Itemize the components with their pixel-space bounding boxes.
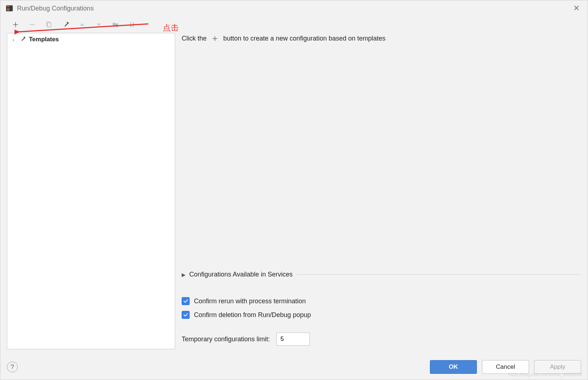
move-down-button[interactable] — [94, 20, 103, 29]
plus-icon: ＋ — [210, 33, 220, 44]
dialog-content: az › Templates Click the ＋ button to cre… — [0, 16, 588, 354]
wrench-icon — [19, 35, 26, 44]
add-button[interactable] — [11, 20, 20, 29]
move-up-button[interactable] — [78, 20, 86, 29]
svg-rect-3 — [30, 24, 34, 25]
svg-text:z: z — [132, 25, 134, 28]
temp-limit-label: Temporary configurations limit: — [182, 335, 270, 343]
apply-button[interactable]: Apply — [534, 360, 581, 374]
ok-button[interactable]: OK — [430, 360, 477, 374]
new-folder-button[interactable] — [111, 20, 120, 29]
tree-item-templates[interactable]: › Templates — [7, 33, 175, 46]
remove-button[interactable] — [28, 20, 37, 29]
edit-defaults-button[interactable] — [61, 20, 70, 29]
confirm-delete-label: Confirm deletion from Run/Debug popup — [194, 311, 311, 319]
config-tree[interactable]: › Templates — [7, 33, 175, 349]
temp-limit-row: Temporary configurations limit: — [182, 333, 581, 346]
confirm-delete-row: Confirm deletion from Run/Debug popup — [182, 311, 581, 319]
copy-button[interactable] — [45, 20, 53, 29]
tree-item-label: Templates — [29, 36, 59, 43]
triangle-right-icon: ▶ — [182, 272, 186, 278]
chevron-right-icon: › — [11, 37, 16, 43]
dialog-title: Run/Debug Configurations — [17, 5, 94, 12]
services-section-header[interactable]: ▶ Configurations Available in Services — [182, 271, 581, 278]
cancel-button[interactable]: Cancel — [482, 360, 529, 374]
confirm-delete-checkbox[interactable] — [182, 311, 190, 319]
config-toolbar: az — [7, 16, 175, 33]
left-pane: az › Templates — [7, 16, 175, 349]
section-divider — [296, 274, 581, 275]
right-pane: Click the ＋ button to create a new confi… — [175, 16, 581, 349]
app-icon: IJ — [5, 4, 13, 12]
confirm-rerun-row: Confirm rerun with process termination — [182, 297, 581, 305]
dialog-button-bar: ? OK Cancel Apply — [0, 354, 588, 380]
svg-rect-1 — [7, 6, 9, 7]
svg-rect-5 — [48, 23, 51, 27]
section-label: Configurations Available in Services — [189, 271, 293, 278]
run-debug-config-dialog: IJ Run/Debug Configurations ✕ — [0, 0, 588, 380]
temp-limit-input[interactable] — [276, 333, 310, 346]
svg-text:IJ: IJ — [7, 8, 9, 11]
hint-text-after: button to create a new configuration bas… — [223, 35, 385, 42]
close-icon[interactable]: ✕ — [570, 2, 583, 14]
confirm-rerun-label: Confirm rerun with process termination — [194, 297, 306, 305]
titlebar: IJ Run/Debug Configurations ✕ — [0, 0, 588, 16]
confirm-rerun-checkbox[interactable] — [182, 297, 190, 305]
help-button[interactable]: ? — [7, 362, 18, 372]
hint-text-before: Click the — [182, 35, 207, 42]
empty-hint: Click the ＋ button to create a new confi… — [182, 33, 581, 44]
sort-button[interactable]: az — [128, 20, 136, 29]
